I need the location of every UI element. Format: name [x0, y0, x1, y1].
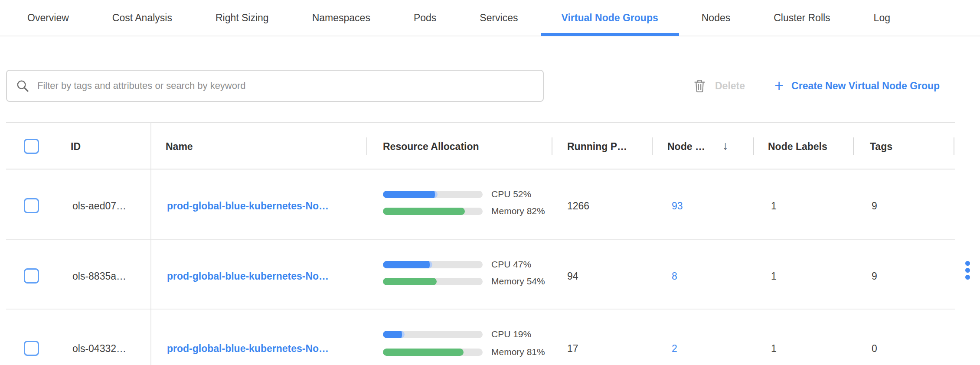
cpu-usage-label: CPU 52%: [491, 188, 531, 200]
toolbar-actions: Delete + Create New Virtual Node Group: [694, 70, 940, 102]
tags-count: 9: [872, 270, 877, 283]
table-header-row: ID Name Resource Allocation Running P… N…: [0, 122, 980, 169]
table-row: ols-04332… prod-global-blue-kubernetes-N…: [0, 309, 980, 365]
running-pods-count: 94: [567, 270, 578, 283]
column-divider: [552, 137, 552, 155]
node-labels-count: 1: [771, 342, 777, 355]
vng-name-link[interactable]: prod-global-blue-kubernetes-No…: [167, 342, 329, 355]
column-header-name[interactable]: Name: [166, 140, 193, 153]
tab-nodes[interactable]: Nodes: [702, 12, 730, 24]
delete-button-label: Delete: [715, 80, 745, 92]
vng-id: ols-04332…: [72, 342, 126, 355]
tags-count: 0: [872, 342, 877, 355]
tab-cluster-rolls[interactable]: Cluster Rolls: [774, 12, 830, 24]
top-tab-bar: Overview Cost Analysis Right Sizing Name…: [0, 0, 980, 36]
column-divider: [366, 137, 367, 155]
trash-icon: [694, 79, 706, 93]
cpu-usage-bar: [383, 191, 483, 198]
cpu-usage-bar: [383, 331, 483, 338]
sort-desc-arrow-icon[interactable]: ↓: [722, 139, 728, 153]
column-header-tags[interactable]: Tags: [870, 140, 892, 153]
row-checkbox[interactable]: [24, 198, 39, 213]
vng-name-link[interactable]: prod-global-blue-kubernetes-No…: [167, 200, 329, 212]
row-checkbox[interactable]: [24, 268, 39, 284]
node-labels-count: 1: [771, 270, 777, 283]
column-divider: [753, 137, 754, 155]
tab-right-sizing[interactable]: Right Sizing: [216, 12, 269, 24]
tab-virtual-node-groups[interactable]: Virtual Node Groups: [562, 12, 658, 24]
tab-services[interactable]: Services: [480, 12, 518, 24]
column-header-running-pods[interactable]: Running P…: [567, 140, 627, 153]
column-divider: [853, 137, 854, 155]
column-header-resource-allocation[interactable]: Resource Allocation: [383, 140, 479, 153]
memory-usage-label: Memory 81%: [491, 346, 545, 358]
column-header-node-labels[interactable]: Node Labels: [768, 140, 827, 153]
cpu-usage-fill: [383, 191, 438, 198]
plus-icon: +: [774, 79, 784, 92]
memory-usage-bar: [383, 349, 483, 356]
memory-usage-fill: [383, 208, 465, 215]
tab-log[interactable]: Log: [874, 12, 890, 24]
column-divider: [652, 137, 653, 155]
table-row: ols-8835a… prod-global-blue-kubernetes-N…: [0, 239, 980, 309]
tags-count: 9: [872, 200, 877, 212]
memory-usage-label: Memory 54%: [491, 275, 545, 287]
filter-search-box[interactable]: [6, 70, 544, 102]
column-divider: [954, 137, 954, 155]
vng-id: ols-8835a…: [72, 270, 126, 283]
tab-cost-analysis[interactable]: Cost Analysis: [112, 12, 172, 24]
memory-usage-bar: [383, 208, 483, 215]
tab-namespaces[interactable]: Namespaces: [312, 12, 370, 24]
tab-pods[interactable]: Pods: [414, 12, 436, 24]
create-new-virtual-node-group-button[interactable]: + Create New Virtual Node Group: [774, 79, 940, 92]
cpu-usage-label: CPU 19%: [491, 328, 531, 340]
nodes-count-link[interactable]: 2: [672, 342, 677, 355]
create-button-label: Create New Virtual Node Group: [791, 80, 940, 92]
tab-overview[interactable]: Overview: [27, 12, 69, 24]
select-all-checkbox[interactable]: [24, 139, 39, 154]
memory-usage-fill: [383, 349, 464, 356]
node-labels-count: 1: [771, 200, 777, 212]
search-icon: [16, 79, 29, 93]
memory-usage-label: Memory 82%: [491, 205, 545, 217]
column-header-id[interactable]: ID: [71, 140, 81, 153]
running-pods-count: 1266: [567, 200, 589, 212]
nodes-count-link[interactable]: 93: [672, 200, 683, 212]
cpu-usage-bar: [383, 261, 483, 268]
memory-usage-fill: [383, 278, 437, 285]
running-pods-count: 17: [567, 342, 578, 355]
vng-name-link[interactable]: prod-global-blue-kubernetes-No…: [167, 270, 329, 283]
search-input[interactable]: [36, 80, 534, 92]
memory-usage-bar: [383, 278, 483, 285]
table-row: ols-aed07… prod-global-blue-kubernetes-N…: [0, 169, 980, 239]
cpu-usage-fill: [383, 261, 432, 268]
cpu-usage-label: CPU 47%: [491, 258, 531, 270]
cpu-usage-fill: [383, 331, 405, 338]
delete-button[interactable]: Delete: [694, 79, 745, 93]
column-header-nodes[interactable]: Node …: [667, 140, 705, 153]
nodes-count-link[interactable]: 8: [672, 270, 677, 283]
row-checkbox[interactable]: [24, 341, 39, 356]
vng-id: ols-aed07…: [72, 200, 126, 212]
